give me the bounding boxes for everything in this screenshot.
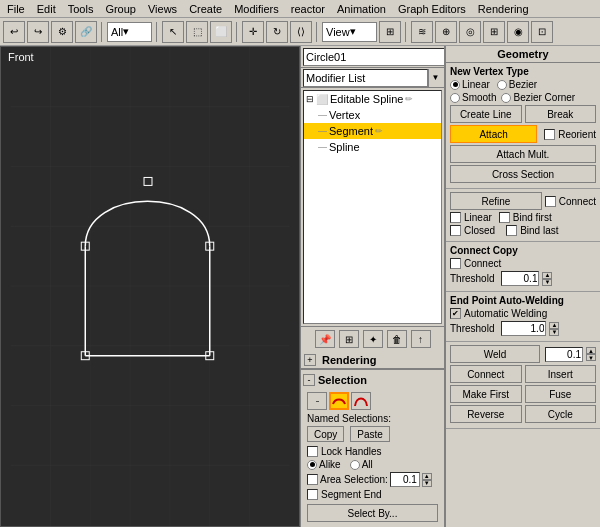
menu-reactor[interactable]: reactor [286,2,330,16]
alike-radio[interactable]: Alike [307,459,341,470]
smooth-radio-btn[interactable] [450,93,460,103]
tree-vertex[interactable]: — Vertex [304,107,441,123]
insert-button[interactable]: Insert [525,365,597,383]
attach-mult-button[interactable]: Attach Mult. [450,145,596,163]
filter-dropdown[interactable]: All▾ [107,22,152,42]
all-radio[interactable]: All [350,459,373,470]
bind-first-checkbox[interactable] [499,212,510,223]
menu-animation[interactable]: Animation [332,2,391,16]
view-extra-btn[interactable]: ⊞ [379,21,401,43]
area-selection-input[interactable] [390,472,420,487]
select-btn[interactable]: ⚙ [51,21,73,43]
undo-btn[interactable]: ↩ [3,21,25,43]
all-radio-btn[interactable] [350,460,360,470]
attach-button[interactable]: Attach [450,125,537,143]
linear2-checkbox[interactable] [450,212,461,223]
area-spin-up[interactable]: ▲ [422,473,432,480]
reorient-checkbox[interactable] [544,129,555,140]
copy-button[interactable]: Copy [307,426,344,442]
tree-editable-spline[interactable]: ⊟ ⬜ Editable Spline ✏ [304,91,441,107]
move-up-btn[interactable]: ↑ [411,330,431,348]
link-btn[interactable]: 🔗 [75,21,97,43]
menu-modifiers[interactable]: Modifiers [229,2,284,16]
menu-edit[interactable]: Edit [32,2,61,16]
view-dropdown[interactable]: View▾ [322,22,377,42]
weld-spin-down[interactable]: ▼ [586,354,596,361]
cycle-button[interactable]: Cycle [525,405,597,423]
bezier-corner-radio[interactable]: Bezier Corner [501,92,575,103]
redo-btn[interactable]: ↪ [27,21,49,43]
spline-mode-btn[interactable] [351,392,371,410]
modifier-list-dropdown[interactable]: Modifier List [303,69,428,87]
connect2-button[interactable]: Connect [450,365,522,383]
modifier-list-arrow[interactable]: ▼ [428,69,442,87]
vertex-mode-btn[interactable]: ··· [307,392,327,410]
connect-copy-checkbox[interactable] [450,258,461,269]
reverse-button[interactable]: Reverse [450,405,522,423]
extra3[interactable]: ◎ [459,21,481,43]
extra4[interactable]: ⊞ [483,21,505,43]
bezier-corner-radio-btn[interactable] [501,93,511,103]
paste-button[interactable]: Paste [350,426,390,442]
threshold-input[interactable] [501,271,539,286]
auto-weld-checkbox[interactable]: ✔ [450,308,461,319]
bezier-radio-btn[interactable] [497,80,507,90]
select-arrow-btn[interactable]: ↖ [162,21,184,43]
bezier-radio[interactable]: Bezier [497,79,537,90]
scale-btn[interactable]: ⟨⟩ [290,21,312,43]
weld-button[interactable]: Weld [450,345,540,363]
threshold-spin-down[interactable]: ▼ [542,279,552,286]
rotate-btn[interactable]: ↻ [266,21,288,43]
menu-group[interactable]: Group [100,2,141,16]
cross-section-button[interactable]: Cross Section [450,165,596,183]
menu-create[interactable]: Create [184,2,227,16]
extra1[interactable]: ≋ [411,21,433,43]
tree-segment[interactable]: — Segment ✏ [304,123,441,139]
create-line-button[interactable]: Create Line [450,105,522,123]
break-button[interactable]: Break [525,105,597,123]
segment-end-checkbox[interactable] [307,489,318,500]
area-spin-down[interactable]: ▼ [422,480,432,487]
extra5[interactable]: ◉ [507,21,529,43]
linear-radio[interactable]: Linear [450,79,490,90]
threshold2-input[interactable] [501,321,546,336]
alike-radio-btn[interactable] [307,460,317,470]
menu-views[interactable]: Views [143,2,182,16]
extra6[interactable]: ⊡ [531,21,553,43]
tree-spline[interactable]: — Spline [304,139,441,155]
threshold2-spin-down[interactable]: ▼ [549,329,559,336]
clear-btn[interactable]: ✦ [363,330,383,348]
weld-input[interactable] [545,347,583,362]
select-crossing-btn[interactable]: ⬜ [210,21,232,43]
linear-radio-btn[interactable] [450,80,460,90]
menu-rendering[interactable]: Rendering [473,2,534,16]
move-btn[interactable]: ✛ [242,21,264,43]
extra2[interactable]: ⊕ [435,21,457,43]
segment-mode-btn[interactable] [329,392,349,410]
delete-btn[interactable]: 🗑 [387,330,407,348]
menu-file[interactable]: File [2,2,30,16]
viewport[interactable]: Front [0,46,300,527]
fuse-button[interactable]: Fuse [525,385,597,403]
connect-top-checkbox[interactable] [545,196,556,207]
closed-checkbox[interactable] [450,225,461,236]
threshold-spin-up[interactable]: ▲ [542,272,552,279]
object-name-input[interactable]: Circle01 [303,48,445,66]
configure-btn[interactable]: ⊞ [339,330,359,348]
bind-last-checkbox[interactable] [506,225,517,236]
threshold2-spin-up[interactable]: ▲ [549,322,559,329]
refine-button[interactable]: Refine [450,192,542,210]
smooth-radio[interactable]: Smooth [450,92,496,103]
select-by-button[interactable]: Select By... [307,504,438,522]
rendering-toggle[interactable]: + [304,354,316,366]
area-selection-checkbox[interactable] [307,474,318,485]
pin-btn[interactable]: 📌 [315,330,335,348]
select-region-btn[interactable]: ⬚ [186,21,208,43]
menu-graph-editors[interactable]: Graph Editors [393,2,471,16]
lock-handles-checkbox[interactable] [307,446,318,457]
rendering-section[interactable]: + Rendering [301,351,444,369]
menu-tools[interactable]: Tools [63,2,99,16]
selection-toggle[interactable]: - [303,374,315,386]
weld-spin-up[interactable]: ▲ [586,347,596,354]
make-first-button[interactable]: Make First [450,385,522,403]
